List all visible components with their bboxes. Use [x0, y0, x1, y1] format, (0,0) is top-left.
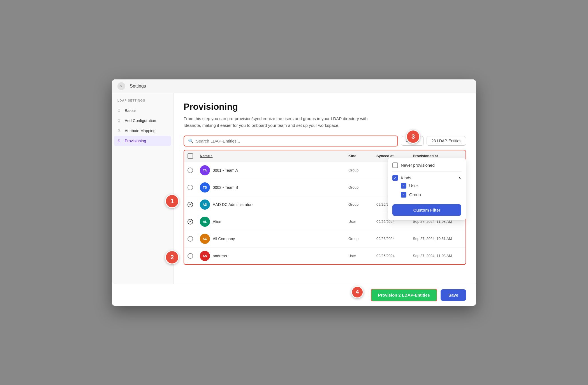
entity-name: 0002 - Team B	[213, 185, 238, 190]
filter-never-provisioned-row[interactable]: Never provisioned	[392, 162, 461, 168]
sidebar: LDAP SETTINGS ① Basics ② Add Configurati…	[112, 93, 173, 284]
row-kind-cell: Group	[345, 202, 373, 207]
toolbar: 🔍 ▽ Filter 23 LDAP-Entities	[184, 136, 466, 146]
avatar: AL	[200, 217, 210, 227]
row-checkbox[interactable]	[187, 202, 193, 207]
table-row[interactable]: AC All Company Group 09/26/2024 Sep 27, …	[184, 230, 466, 247]
count-badge: 23 LDAP-Entities	[427, 136, 466, 146]
avatar: AD	[200, 200, 210, 210]
col-checkbox[interactable]	[184, 153, 196, 159]
row-name-cell: AC All Company	[196, 234, 345, 244]
group-label: Group	[409, 192, 421, 197]
modal-header: × Settings	[112, 79, 476, 93]
entity-name: andreas	[213, 254, 227, 258]
footer-bar: Provision 2 LDAP-Entities 4 Save	[112, 284, 476, 306]
row-kind-cell: User	[345, 219, 373, 224]
avatar: TB	[200, 182, 210, 192]
avatar: AC	[200, 234, 210, 244]
sidebar-item-add-configuration[interactable]: ② Add Configuration	[112, 116, 173, 126]
search-input[interactable]	[196, 139, 393, 143]
modal: × Settings LDAP SETTINGS ① Basics ② Add …	[112, 79, 476, 306]
modal-body: LDAP SETTINGS ① Basics ② Add Configurati…	[112, 93, 476, 284]
kinds-row[interactable]: Kinds	[392, 175, 411, 181]
kinds-collapse-icon[interactable]: ∧	[458, 175, 461, 180]
main-content: Provisioning From this step you can pre-…	[173, 93, 476, 284]
annotation-2: 2	[165, 250, 179, 264]
close-button[interactable]: ×	[117, 82, 125, 90]
row-checkbox-cell[interactable]	[184, 202, 196, 207]
custom-filter-button[interactable]: Custom Filter	[392, 204, 461, 216]
table-row[interactable]: AN andreas User 09/26/2024 Sep 27, 2024,…	[184, 247, 466, 264]
annotation-4: 4	[351, 286, 364, 298]
avatar: TA	[200, 165, 210, 175]
sidebar-section-title: LDAP SETTINGS	[112, 99, 173, 106]
entity-name: 0001 - Team A	[213, 168, 238, 173]
row-provisioned-cell: Sep 27, 2024, 10:51 AM	[409, 237, 466, 241]
search-box[interactable]: 🔍	[184, 136, 398, 146]
row-checkbox[interactable]	[187, 168, 193, 173]
row-checkbox[interactable]	[187, 253, 193, 259]
entity-name: All Company	[213, 237, 235, 241]
row-checkbox[interactable]	[187, 185, 193, 190]
row-synced-cell: 09/26/2024	[373, 254, 409, 258]
sidebar-item-provisioning[interactable]: ④ Provisioning	[114, 136, 171, 146]
step-num-attr-map: ③	[117, 129, 122, 133]
row-checkbox[interactable]	[187, 236, 193, 242]
row-kind-cell: Group	[345, 185, 373, 189]
never-provisioned-checkbox[interactable]	[392, 162, 398, 168]
provision-btn-wrapper: Provision 2 LDAP-Entities 4	[371, 289, 437, 301]
kinds-checkbox[interactable]	[392, 175, 398, 181]
user-label: User	[409, 183, 418, 188]
row-checkbox-cell[interactable]	[184, 219, 196, 224]
filter-divider	[392, 171, 461, 172]
row-synced-cell: 09/26/2024	[373, 237, 409, 241]
avatar: AN	[200, 251, 210, 261]
group-checkbox[interactable]	[401, 192, 406, 198]
row-name-cell: AL Alice	[196, 217, 345, 227]
search-icon: 🔍	[188, 138, 194, 144]
settings-title: Settings	[130, 84, 146, 89]
row-kind-cell: Group	[345, 168, 373, 172]
row-kind-cell: Group	[345, 237, 373, 241]
kinds-label: Kinds	[401, 175, 411, 180]
sidebar-item-attribute-mapping[interactable]: ③ Attribute Mapping	[112, 126, 173, 136]
provision-button[interactable]: Provision 2 LDAP-Entities	[371, 289, 437, 301]
row-kind-cell: User	[345, 254, 373, 258]
col-kind: Kind	[345, 153, 373, 159]
step-num-provisioning: ④	[117, 139, 122, 143]
filter-kinds-sub: User Group	[392, 183, 461, 198]
step-num-add-config: ②	[117, 119, 122, 123]
row-checkbox-cell[interactable]	[184, 168, 196, 173]
step-num-basics: ①	[117, 109, 122, 113]
sidebar-item-basics[interactable]: ① Basics	[112, 106, 173, 116]
annotation-3: 3	[406, 130, 420, 144]
sidebar-label-basics: Basics	[125, 108, 136, 113]
row-name-cell: AN andreas	[196, 251, 345, 261]
select-all-checkbox[interactable]	[187, 153, 193, 159]
filter-dropdown: Never provisioned Kinds ∧ User	[388, 158, 466, 221]
col-name[interactable]: Name ↑	[196, 153, 345, 159]
row-name-cell: TB 0002 - Team B	[196, 182, 345, 192]
annotation-1: 1	[165, 194, 179, 208]
user-checkbox[interactable]	[401, 183, 406, 189]
row-checkbox-cell[interactable]	[184, 185, 196, 190]
page-title: Provisioning	[184, 102, 466, 112]
row-name-cell: AD AAD DC Administrators	[196, 200, 345, 210]
entity-name: AAD DC Administrators	[213, 202, 253, 207]
sidebar-label-attr-map: Attribute Mapping	[125, 129, 156, 133]
save-button[interactable]: Save	[441, 289, 466, 301]
never-provisioned-label: Never provisioned	[401, 163, 435, 168]
filter-group-row[interactable]: Group	[401, 192, 461, 198]
row-checkbox-cell[interactable]	[184, 236, 196, 242]
filter-kinds-section: Kinds ∧	[392, 175, 461, 181]
entity-name: Alice	[213, 219, 221, 224]
filter-user-row[interactable]: User	[401, 183, 461, 189]
row-provisioned-cell: Sep 27, 2024, 11:08 AM	[409, 254, 466, 258]
row-checkbox-cell[interactable]	[184, 253, 196, 259]
sidebar-label-provisioning: Provisioning	[125, 139, 146, 143]
row-name-cell: TA 0001 - Team A	[196, 165, 345, 175]
sidebar-label-add-config: Add Configuration	[125, 118, 156, 123]
page-description: From this step you can pre-provision/syn…	[184, 115, 380, 129]
row-checkbox[interactable]	[187, 219, 193, 224]
